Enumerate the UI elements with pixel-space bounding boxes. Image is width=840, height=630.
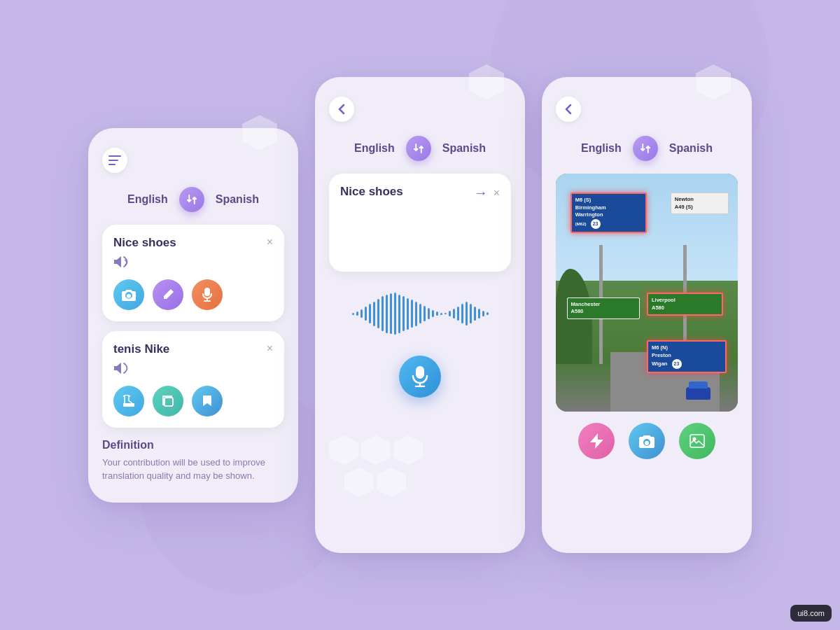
screen3-back-button[interactable] bbox=[556, 97, 581, 122]
wave-bar-25 bbox=[457, 307, 459, 321]
wave-bar-0 bbox=[352, 313, 354, 315]
svg-rect-0 bbox=[108, 155, 121, 157]
screen3-card: English Spanish M6 (S)Birmi bbox=[542, 77, 752, 553]
wave-bar-23 bbox=[449, 311, 451, 316]
svg-rect-1 bbox=[108, 160, 118, 161]
screens-container: English Spanish Nice shoes × bbox=[88, 77, 752, 553]
gallery-button[interactable] bbox=[679, 423, 715, 459]
wave-bar-8 bbox=[386, 295, 388, 333]
screen2-lang-row: English Spanish bbox=[329, 136, 511, 161]
camera-button-screen3[interactable] bbox=[629, 423, 665, 459]
voice-input-card: Nice shoes → × bbox=[329, 174, 511, 272]
wave-bar-26 bbox=[461, 304, 463, 323]
screen1-swap-button[interactable] bbox=[179, 187, 204, 212]
sign-m6n: M6 (N)PrestonWigan 23 bbox=[647, 340, 727, 373]
wave-bar-14 bbox=[411, 300, 413, 328]
voice-mic-button[interactable] bbox=[399, 356, 441, 398]
screen2-card: English Spanish Nice shoes → × bbox=[315, 77, 525, 553]
copy-button[interactable] bbox=[153, 386, 183, 416]
svg-rect-4 bbox=[204, 288, 210, 296]
screen2-back-button[interactable] bbox=[329, 97, 354, 122]
screen3-swap-button[interactable] bbox=[633, 136, 658, 161]
wave-bar-22 bbox=[444, 313, 447, 314]
screen1-lang-row: English Spanish bbox=[102, 187, 284, 212]
voice-input-actions: → × bbox=[474, 185, 500, 201]
wave-bar-1 bbox=[356, 312, 358, 316]
svg-rect-7 bbox=[123, 403, 134, 407]
share-button[interactable] bbox=[113, 386, 144, 416]
card1-actions bbox=[113, 279, 273, 310]
road-sign-image: M6 (S)BirminghamWarrington(M62) 23 Newto… bbox=[556, 174, 738, 412]
sign-liverpool: LiverpoolA580 bbox=[647, 293, 723, 316]
wave-bar-18 bbox=[428, 308, 430, 319]
screen2-swap-button[interactable] bbox=[406, 136, 431, 161]
wave-bar-29 bbox=[474, 307, 476, 321]
wave-bar-31 bbox=[482, 311, 484, 316]
wave-bar-28 bbox=[470, 304, 472, 323]
svg-rect-8 bbox=[164, 398, 173, 406]
wave-bar-32 bbox=[486, 312, 489, 315]
wave-bar-15 bbox=[415, 302, 417, 326]
screen3-lang-to: Spanish bbox=[669, 142, 713, 155]
card1-header: Nice shoes × bbox=[113, 236, 273, 250]
svg-rect-2 bbox=[108, 164, 115, 165]
wave-bar-3 bbox=[365, 307, 367, 321]
wave-bar-16 bbox=[419, 304, 421, 323]
flash-button[interactable] bbox=[578, 423, 615, 459]
sign-newton: NewtonA49 (S) bbox=[671, 192, 729, 214]
definition-section: Definition Your contribution will be use… bbox=[102, 439, 284, 483]
card2-header: tenis Nike × bbox=[113, 342, 273, 356]
screen2-lang-from: English bbox=[354, 142, 395, 155]
wave-bar-6 bbox=[377, 299, 379, 328]
sign-m6s: M6 (S)BirminghamWarrington(M62) 23 bbox=[570, 192, 647, 233]
wave-bar-21 bbox=[440, 313, 442, 315]
screen1-card: English Spanish Nice shoes × bbox=[88, 128, 298, 503]
wave-bar-17 bbox=[424, 306, 426, 321]
menu-button[interactable] bbox=[102, 148, 127, 173]
translation-card-1: Nice shoes × bbox=[102, 225, 284, 321]
translate-arrow[interactable]: → bbox=[474, 185, 488, 201]
wave-bar-7 bbox=[382, 296, 384, 331]
screen3-lang-from: English bbox=[581, 142, 622, 155]
waveform bbox=[329, 286, 511, 342]
card1-title: Nice shoes bbox=[113, 236, 176, 250]
wave-bar-20 bbox=[436, 312, 438, 316]
car bbox=[686, 387, 710, 400]
watermark-text: ui8.com bbox=[797, 609, 825, 617]
wave-bar-13 bbox=[407, 298, 409, 330]
screen3-bottom-actions bbox=[556, 423, 738, 459]
definition-text: Your contribution will be used to improv… bbox=[102, 456, 284, 483]
voice-input-close[interactable]: × bbox=[493, 187, 500, 200]
wave-bar-4 bbox=[369, 304, 371, 323]
wave-bar-27 bbox=[465, 302, 468, 326]
wave-bar-5 bbox=[373, 302, 375, 326]
mic-button-card1[interactable] bbox=[192, 279, 223, 310]
wave-bar-11 bbox=[398, 295, 400, 333]
screen1-lang-from: English bbox=[127, 193, 168, 206]
camera-button[interactable] bbox=[113, 279, 144, 310]
watermark: ui8.com bbox=[790, 605, 832, 622]
svg-point-12 bbox=[645, 441, 649, 445]
card2-title: tenis Nike bbox=[113, 342, 169, 356]
card1-close[interactable]: × bbox=[267, 236, 273, 248]
wave-bar-12 bbox=[402, 296, 405, 331]
bookmark-button[interactable] bbox=[192, 386, 223, 416]
wave-bar-19 bbox=[432, 310, 434, 317]
definition-title: Definition bbox=[102, 439, 284, 451]
card2-close[interactable]: × bbox=[267, 342, 273, 355]
translation-card-2: tenis Nike × bbox=[102, 331, 284, 428]
wave-bar-24 bbox=[453, 309, 455, 318]
mic-button-container bbox=[329, 356, 511, 398]
sign-manchester: ManchesterA580 bbox=[567, 298, 640, 319]
card2-actions bbox=[113, 386, 273, 416]
wave-bar-10 bbox=[394, 293, 396, 335]
svg-point-3 bbox=[127, 294, 131, 298]
edit-button[interactable] bbox=[153, 279, 183, 310]
hex-grid-decoration bbox=[329, 435, 441, 497]
card1-volume[interactable] bbox=[113, 255, 273, 271]
screen1-lang-to: Spanish bbox=[216, 193, 259, 206]
card2-volume[interactable] bbox=[113, 362, 273, 377]
screen3-lang-row: English Spanish bbox=[556, 136, 738, 161]
wave-bar-9 bbox=[390, 293, 392, 334]
svg-rect-9 bbox=[416, 366, 424, 379]
